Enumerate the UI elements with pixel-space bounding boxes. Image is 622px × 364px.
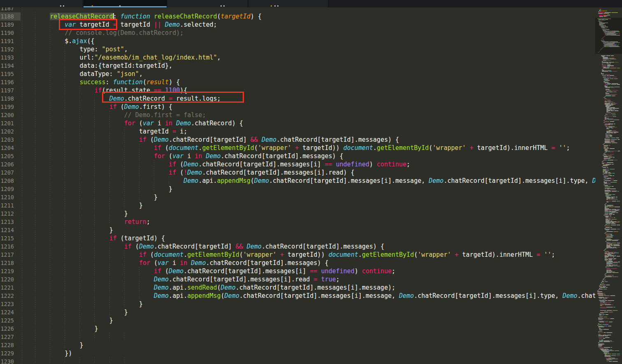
code-token: undefined xyxy=(336,161,369,168)
code-line[interactable]: 1212 } xyxy=(0,210,595,218)
code-line[interactable]: 1214 } xyxy=(0,226,595,234)
code-token: Demo xyxy=(154,292,169,299)
code-line[interactable]: 1225 } xyxy=(0,316,595,325)
code-token: || xyxy=(154,21,161,28)
code-token: .chatRecord[targetId] xyxy=(169,136,251,143)
code-token: sendRead xyxy=(187,284,217,291)
tab-4[interactable] xyxy=(248,0,329,7)
code-token: .chatRecord[targetId].messages[i] xyxy=(198,161,325,168)
code-line[interactable]: 1215 if (targetId) { xyxy=(0,234,595,242)
code-line[interactable]: 1226 } xyxy=(0,325,595,333)
code-line[interactable]: 1209 } xyxy=(0,185,595,193)
code-token: Demo xyxy=(176,120,191,127)
code-token: '' xyxy=(544,251,551,258)
code-token: .chatRecord[targetId].messages[i].type, xyxy=(443,177,592,184)
indent-guide xyxy=(35,333,35,341)
code-line[interactable]: 1227 xyxy=(0,333,595,341)
code-line[interactable]: 1208 Demo.api.appendMsg(Demo.chatRecord[… xyxy=(0,177,595,185)
code-token: in xyxy=(165,120,172,127)
code-token: . xyxy=(358,251,362,258)
line-number: 1202 xyxy=(0,127,14,136)
tab-1[interactable] xyxy=(0,0,83,7)
code-line[interactable]: 1200 // Demo.first = false; xyxy=(0,111,595,119)
code-token: appendMsg xyxy=(187,292,220,299)
code-token: + xyxy=(470,144,473,152)
code-token: ( xyxy=(146,136,154,143)
indent-guide xyxy=(65,357,65,364)
code-line[interactable]: 1192 type: "post", xyxy=(0,45,595,53)
code-token: for xyxy=(154,152,165,160)
code-line[interactable]: 1207 if (!Demo.chatRecord[targetId].mess… xyxy=(0,168,595,177)
code-line[interactable]: 1230 xyxy=(0,357,595,364)
line-number: 1195 xyxy=(0,70,14,78)
code-line[interactable]: 1199 if (Demo.first) { xyxy=(0,103,595,111)
code-token: ( xyxy=(132,243,139,250)
line-number: 1220 xyxy=(0,275,14,283)
code-line[interactable]: 1213 return; xyxy=(0,218,595,226)
tab-label-fragment xyxy=(277,5,279,7)
code-token: in xyxy=(180,259,187,267)
code-token: .chatRecord) { xyxy=(191,120,243,127)
code-line[interactable]: 1197 if(result.state == 1100){ xyxy=(0,86,595,94)
code-line[interactable]: 1205 for (var i in Demo.chatRecord[targe… xyxy=(0,152,595,160)
code-token: ) { xyxy=(251,13,262,20)
code-line[interactable]: 1224 } xyxy=(0,308,595,316)
code-text: Demo.api.appendMsg(Demo.chatRecord[targe… xyxy=(35,292,595,300)
code-line[interactable]: 1228 } xyxy=(0,341,595,349)
code-token: appendMsg xyxy=(217,177,251,184)
line-number: 1225 xyxy=(0,316,14,325)
code-text: Demo.chatRecord[targetId].messages[i].re… xyxy=(35,275,340,283)
code-line[interactable]: 1194 data:{targetId:targetId}, xyxy=(0,62,595,70)
code-line[interactable]: 1203 if (Demo.chatRecord[targetId] && De… xyxy=(0,136,595,144)
line-number: 1198 xyxy=(0,94,14,103)
code-line[interactable]: 1218 for (var i in Demo.chatRecord[targe… xyxy=(0,259,595,267)
code-line[interactable]: 1222 Demo.api.appendMsg(Demo.chatRecord[… xyxy=(0,292,595,300)
code-token: Demo xyxy=(206,152,220,160)
code-line[interactable]: 1221 Demo.api.sendRead(Demo.chatRecord[t… xyxy=(0,283,595,292)
code-text: $.ajax({ xyxy=(35,37,95,45)
code-token: + xyxy=(295,144,299,152)
code-line[interactable]: 1198 Demo.chatRecord = result.logs; xyxy=(0,94,595,103)
tab-label-fragment xyxy=(60,5,61,7)
code-text: } xyxy=(35,308,128,316)
code-line[interactable]: 1220 Demo.chatRecord[targetId].messages[… xyxy=(0,275,595,283)
minimap[interactable] xyxy=(595,7,622,364)
code-line[interactable]: 1195 dataType: "json", xyxy=(0,70,595,78)
code-token: releaseChatRecord xyxy=(154,13,217,20)
code-line[interactable]: 1216 if (Demo.chatRecord[targetId] && De… xyxy=(0,242,595,251)
line-number: 1229 xyxy=(0,349,14,357)
code-line[interactable]: 1201 for (var i in Demo.chatRecord) { xyxy=(0,119,595,127)
tab-label-fragment xyxy=(223,5,225,7)
code-line[interactable]: 1204 if (document.getElementById('wrappe… xyxy=(0,144,595,152)
code-line[interactable]: 1217 if (document.getElementById('wrappe… xyxy=(0,251,595,259)
code-token: ! xyxy=(183,169,187,176)
code-token: , xyxy=(139,70,143,78)
code-token: if xyxy=(109,235,117,242)
code-line[interactable]: 1223 } xyxy=(0,300,595,308)
code-token: && xyxy=(251,136,258,143)
tab-3[interactable] xyxy=(167,0,248,7)
code-line[interactable]: 1229 }) xyxy=(0,349,595,357)
code-text: data:{targetId:targetId}, xyxy=(35,62,172,70)
code-token xyxy=(187,259,191,267)
line-number: 1201 xyxy=(0,119,14,127)
tab-2-active[interactable] xyxy=(84,0,167,7)
code-line[interactable]: 1191 $.ajax({ xyxy=(0,37,595,45)
code-line[interactable]: 1190 // console.log(Demo.chatRecord); xyxy=(0,29,595,37)
code-line[interactable]: 1206 if (Demo.chatRecord[targetId].messa… xyxy=(0,160,595,168)
code-token: , xyxy=(124,46,128,53)
code-line[interactable]: 1202 targetId = i; xyxy=(0,127,595,136)
code-line[interactable]: 1210 } xyxy=(0,193,595,201)
code-token: data:{targetId:targetId}, xyxy=(79,62,172,69)
line-number: 1213 xyxy=(0,218,14,226)
code-token: ( xyxy=(217,284,221,291)
code-line[interactable]: 1196 success: function(result) { xyxy=(0,78,595,86)
line-number: 1217 xyxy=(0,251,14,259)
code-token xyxy=(258,136,262,143)
code-token: && xyxy=(236,243,243,250)
code-line[interactable]: 1193 url:"/easemob/im_chat_log/index.htm… xyxy=(0,53,595,62)
code-line[interactable]: 1219 if (Demo.chatRecord[targetId].messa… xyxy=(0,267,595,275)
code-line[interactable]: 1211 } xyxy=(0,201,595,210)
code-token: "json" xyxy=(117,70,139,78)
code-token: . xyxy=(183,251,187,258)
